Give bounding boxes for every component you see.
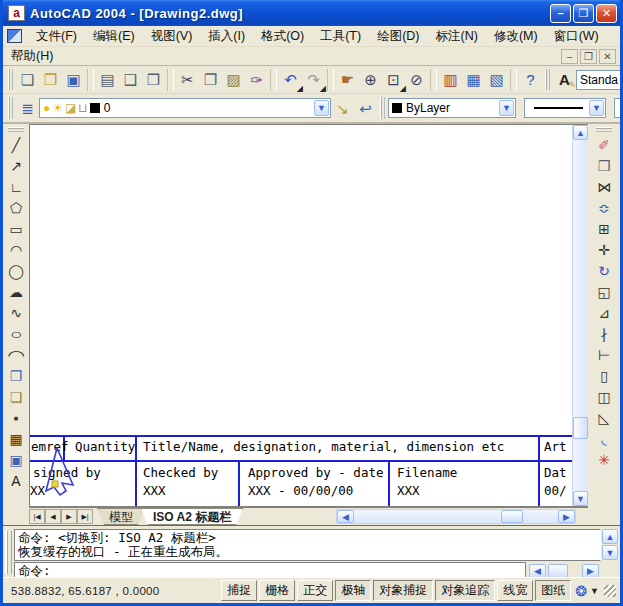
- text-style-icon[interactable]: A ✎: [553, 68, 576, 91]
- layer-thaw-sun-icon[interactable]: ☀: [52, 102, 63, 114]
- color-combo-dropdown-icon[interactable]: ▼: [499, 100, 514, 116]
- layer-unlock-icon[interactable]: ⊔: [78, 102, 87, 114]
- arc-icon[interactable]: ◠: [5, 239, 27, 260]
- linetype-combo[interactable]: ▼: [524, 98, 606, 118]
- publish-icon[interactable]: ❒ ◢: [142, 68, 165, 91]
- ellipse-arc-icon[interactable]: ◠: [5, 344, 27, 365]
- hatch-icon[interactable]: ▦: [5, 428, 27, 449]
- copy-icon[interactable]: ❐ ◢: [199, 68, 222, 91]
- open-icon[interactable]: ❐ ◢: [39, 68, 62, 91]
- minimize-button[interactable]: –: [550, 4, 571, 23]
- maximize-button[interactable]: ❐: [573, 4, 594, 23]
- horizontal-scroll-thumb[interactable]: [501, 510, 523, 523]
- toggle-paper[interactable]: 图纸: [535, 580, 571, 601]
- tab-iso-a2-titleblock[interactable]: ISO A2 标题栏: [141, 508, 243, 525]
- sep[interactable]: ◢: [430, 69, 437, 91]
- mirror-icon[interactable]: ⋈: [593, 176, 615, 197]
- copy-object-icon[interactable]: ❒: [593, 155, 615, 176]
- scroll-up-icon[interactable]: ▲: [573, 125, 588, 140]
- toolbar-grip[interactable]: [545, 69, 550, 91]
- new-file-icon[interactable]: ❏ ◢: [16, 68, 39, 91]
- designcenter-icon[interactable]: ▦ ◢: [462, 68, 485, 91]
- toolbar-grip[interactable]: [596, 127, 612, 132]
- save-icon[interactable]: ▣ ◢: [62, 68, 85, 91]
- tab-nav-button[interactable]: ▶|: [77, 509, 93, 524]
- scroll-right-icon[interactable]: ▶: [558, 510, 575, 523]
- pan-realtime-icon[interactable]: ☛ ◢: [336, 68, 359, 91]
- help-icon[interactable]: ? ◢: [519, 68, 542, 91]
- color-combo[interactable]: ByLayer ▼: [388, 98, 516, 118]
- polyline-icon[interactable]: ∟: [5, 176, 27, 197]
- fillet-icon[interactable]: ◟: [593, 428, 615, 449]
- paste-icon[interactable]: ▨ ◢: [222, 68, 245, 91]
- horizontal-scroll-track[interactable]: [354, 510, 558, 523]
- status-menu-caret-icon[interactable]: ▼: [590, 586, 599, 596]
- canvas-horizontal-scrollbar[interactable]: ◀ ▶: [336, 509, 576, 524]
- tab-nav-button[interactable]: |◀: [29, 509, 45, 524]
- trim-icon[interactable]: ∤: [593, 323, 615, 344]
- scroll-up-icon[interactable]: ▲: [602, 529, 618, 544]
- layer-combo-dropdown-icon[interactable]: ▼: [314, 100, 329, 116]
- scroll-left-icon[interactable]: ◀: [529, 564, 546, 578]
- command-history[interactable]: 命令: <切换到: ISO A2 标题栏> 恢复缓存的视口 - 正在重生成布局。: [14, 529, 601, 561]
- toggle-osnap[interactable]: 对象捕捉: [373, 580, 433, 601]
- cut-icon[interactable]: ✂ ◢: [176, 68, 199, 91]
- vertical-scroll-track[interactable]: [573, 140, 588, 491]
- make-object-layer-current-icon[interactable]: ↘: [331, 97, 354, 120]
- mdi-close-button[interactable]: ✕: [599, 49, 616, 64]
- layer-freeze-viewport-icon[interactable]: ◪: [65, 102, 76, 114]
- menu-item[interactable]: 标注(N): [428, 26, 486, 47]
- erase-icon[interactable]: ✐: [593, 134, 615, 155]
- canvas-vertical-scrollbar[interactable]: ▲ ▼: [572, 125, 588, 506]
- close-button[interactable]: ✕: [596, 4, 617, 23]
- match-properties-icon[interactable]: ✑ ◢: [245, 68, 268, 91]
- chamfer-icon[interactable]: ◺: [593, 407, 615, 428]
- tab-model[interactable]: 模型: [97, 508, 145, 525]
- linetype-combo-dropdown-icon[interactable]: ▼: [589, 100, 604, 116]
- layer-manager-icon[interactable]: ≣: [16, 97, 39, 120]
- mdi-minimize-button[interactable]: –: [561, 49, 578, 64]
- sep[interactable]: ◢: [327, 69, 334, 91]
- menu-item[interactable]: 修改(M): [486, 26, 546, 47]
- scroll-down-icon[interactable]: ▼: [573, 491, 588, 506]
- point-icon[interactable]: ▪: [5, 407, 27, 428]
- scroll-left-icon[interactable]: ◀: [337, 510, 354, 523]
- sep[interactable]: ◢: [270, 69, 277, 91]
- offset-icon[interactable]: ≎: [593, 197, 615, 218]
- zoom-previous-icon[interactable]: ⊘ ◢: [405, 68, 428, 91]
- polygon-icon[interactable]: ⬠: [5, 197, 27, 218]
- toolbar-grip[interactable]: [8, 97, 13, 119]
- layer-combo[interactable]: ● ☀ ◪ ⊔ 0 ▼: [39, 98, 331, 118]
- tab-nav-button[interactable]: ▶: [61, 509, 77, 524]
- menu-item[interactable]: 工具(T): [312, 26, 369, 47]
- rectangle-icon[interactable]: ▭: [5, 218, 27, 239]
- menu-item[interactable]: 绘图(D): [369, 26, 427, 47]
- zoom-realtime-icon[interactable]: ⊕ ◢: [359, 68, 382, 91]
- rotate-icon[interactable]: ↻: [593, 260, 615, 281]
- menu-item[interactable]: 帮助(H): [3, 46, 61, 67]
- redo-icon[interactable]: ↷ ◢: [302, 68, 325, 91]
- command-window-grip[interactable]: [5, 531, 12, 574]
- drawing-file-icon[interactable]: [7, 29, 22, 43]
- explode-icon[interactable]: ✳: [593, 449, 615, 470]
- sep[interactable]: ◢: [510, 69, 517, 91]
- toggle-otrack[interactable]: 对象追踪: [435, 580, 495, 601]
- communication-center-icon[interactable]: ❂: [575, 583, 587, 599]
- array-icon[interactable]: ⊞: [593, 218, 615, 239]
- sep[interactable]: ◢: [167, 69, 174, 91]
- drawing-canvas[interactable]: emref Quantity Title/Name, designation, …: [30, 125, 572, 506]
- stretch-icon[interactable]: ⊿: [593, 302, 615, 323]
- properties-icon[interactable]: ▥ ◢: [439, 68, 462, 91]
- extend-icon[interactable]: ⊢: [593, 344, 615, 365]
- toolbar-grip[interactable]: [380, 97, 385, 119]
- tool-palettes-icon[interactable]: ▧ ◢: [485, 68, 508, 91]
- command-horizontal-scrollbar[interactable]: ◀ ▶: [526, 564, 618, 578]
- zoom-window-icon[interactable]: ⊡ ◢: [382, 68, 405, 91]
- plot-preview-icon[interactable]: ❑ ◢: [119, 68, 142, 91]
- menu-item[interactable]: 文件(F): [28, 26, 85, 47]
- toggle-polar[interactable]: 极轴: [335, 580, 371, 601]
- toolbar-grip[interactable]: [8, 69, 13, 91]
- menu-item[interactable]: 编辑(E): [85, 26, 143, 47]
- make-block-icon[interactable]: ❏: [5, 386, 27, 407]
- scale-icon[interactable]: ◱: [593, 281, 615, 302]
